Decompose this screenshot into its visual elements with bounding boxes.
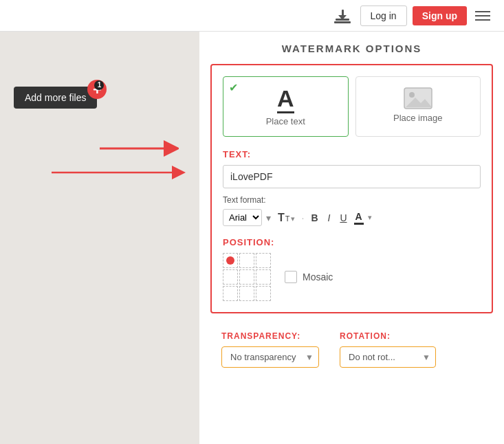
rotation-select[interactable]: Do not rot... 45° 90° -45°: [340, 346, 436, 368]
small-t-icon: T: [285, 214, 290, 223]
grid-cell-top-left[interactable]: [223, 253, 238, 268]
mosaic-label: Mosaic: [303, 271, 333, 282]
color-bar: [354, 223, 364, 225]
watermark-options-title: WATERMARK OPTIONS: [210, 43, 493, 54]
italic-button[interactable]: I: [325, 211, 333, 225]
download-icon: [330, 3, 355, 28]
badge-number: 1: [94, 80, 104, 90]
text-input[interactable]: [223, 165, 481, 188]
grid-cell-top-center[interactable]: [239, 253, 254, 268]
add-circle-button[interactable]: 1 +: [87, 80, 107, 99]
underline-button[interactable]: U: [337, 211, 349, 225]
top-nav: Log in Sign up: [0, 0, 504, 32]
big-t-icon: T: [278, 212, 285, 224]
color-button[interactable]: A: [354, 211, 364, 225]
grid-cell-top-right[interactable]: [256, 253, 271, 268]
grid-cell-bot-left[interactable]: [223, 286, 238, 301]
format-toolbar: Arial ▾ T T ▾ · B I U A ▾: [223, 209, 481, 226]
rotation-label: ROTATION:: [340, 331, 436, 341]
red-arrow-2: [48, 162, 186, 183]
hamburger-menu-icon[interactable]: [472, 5, 493, 26]
add-files-wrapper: Add more files 1 +: [14, 87, 97, 109]
add-files-button[interactable]: Add more files: [14, 87, 97, 109]
transparency-select[interactable]: No transparency 25% 50% 75%: [221, 346, 319, 368]
svg-point-9: [409, 92, 415, 98]
text-size-button[interactable]: T T ▾: [275, 210, 298, 225]
options-box: ✔ A Place text Place image: [210, 64, 493, 313]
transparency-label: TRANSPARENCY:: [221, 331, 319, 341]
right-panel: WATERMARK OPTIONS ✔ A Place text: [199, 32, 504, 444]
signup-button[interactable]: Sign up: [413, 6, 467, 25]
position-area: Mosaic: [223, 253, 481, 301]
transparency-select-wrapper: No transparency 25% 50% 75% ▼: [221, 346, 319, 368]
tab-text-label: Place text: [230, 116, 341, 126]
main-area: Add more files 1 +: [0, 32, 504, 444]
text-tab-icon: A: [230, 87, 341, 113]
mosaic-option[interactable]: Mosaic: [285, 271, 333, 283]
login-button[interactable]: Log in: [360, 5, 407, 26]
bold-button[interactable]: B: [308, 211, 320, 225]
position-dot: [226, 256, 234, 265]
grid-cell-bot-right[interactable]: [256, 286, 271, 301]
position-section-label: POSITION:: [223, 237, 481, 247]
grid-cell-mid-left[interactable]: [223, 269, 238, 285]
image-tab-icon: [363, 87, 474, 110]
grid-cell-mid-center[interactable]: [239, 269, 254, 285]
color-a-label: A: [355, 211, 362, 222]
tab-place-image[interactable]: Place image: [355, 76, 481, 137]
mosaic-checkbox[interactable]: [285, 271, 297, 283]
add-files-label: Add more files: [25, 92, 86, 103]
grid-cell-bot-center[interactable]: [239, 286, 254, 301]
svg-rect-3: [334, 21, 351, 23]
format-label: Text format:: [223, 195, 481, 205]
text-section-label: TEXT:: [223, 149, 481, 159]
rotation-select-wrapper: Do not rot... 45° 90° -45° ▼: [340, 346, 436, 368]
rotation-group: ROTATION: Do not rot... 45° 90° -45° ▼: [340, 331, 436, 368]
font-select[interactable]: Arial: [223, 209, 262, 226]
grid-cell-mid-right[interactable]: [256, 269, 271, 285]
tab-image-label: Place image: [363, 113, 474, 123]
left-panel: Add more files 1 +: [0, 32, 199, 444]
tab-place-text[interactable]: ✔ A Place text: [223, 76, 349, 137]
a-icon: A: [277, 87, 294, 113]
red-arrow: [96, 135, 179, 162]
transparency-group: TRANSPARENCY: No transparency 25% 50% 75…: [221, 331, 319, 368]
position-grid: [223, 253, 271, 301]
bottom-section: TRANSPARENCY: No transparency 25% 50% 75…: [210, 324, 493, 368]
type-tabs: ✔ A Place text Place image: [223, 76, 481, 137]
check-icon: ✔: [229, 81, 238, 94]
separator-1: ▾: [266, 212, 271, 223]
